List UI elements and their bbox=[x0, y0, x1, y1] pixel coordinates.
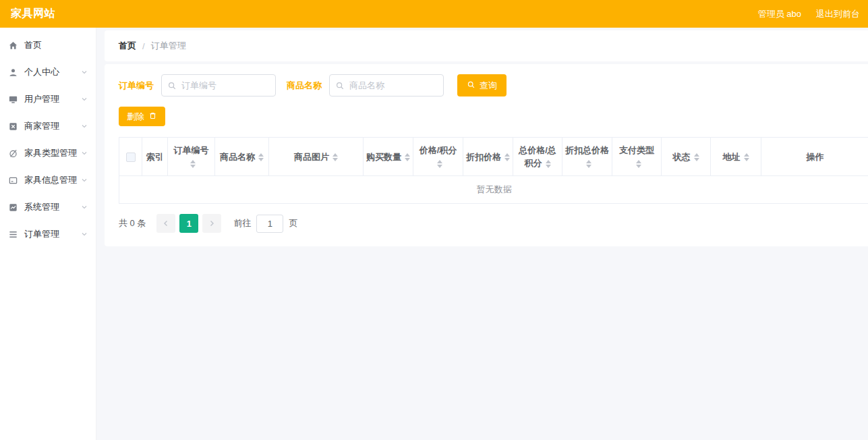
col-product-name[interactable]: 商品名称 bbox=[215, 138, 269, 176]
close-square-icon bbox=[7, 121, 18, 132]
sort-icon[interactable] bbox=[332, 153, 338, 161]
order-no-input[interactable] bbox=[161, 74, 276, 97]
sidebar-item-label: 家具类型管理 bbox=[24, 147, 77, 159]
sidebar-item-label: 商家管理 bbox=[24, 120, 59, 132]
col-product-image[interactable]: 商品图片 bbox=[269, 138, 364, 176]
chart-icon bbox=[7, 202, 18, 213]
sidebar-item-label: 订单管理 bbox=[24, 228, 59, 240]
admin-user-link[interactable]: 管理员 abo bbox=[758, 8, 801, 20]
sidebar-item-personal-center[interactable]: 个人中心 bbox=[0, 59, 96, 86]
order-no-label: 订单编号 bbox=[119, 80, 154, 92]
user-icon bbox=[7, 67, 18, 78]
logout-to-front-link[interactable]: 退出到前台 bbox=[816, 8, 860, 20]
order-management-panel: 订单编号 商品名称 bbox=[105, 64, 868, 246]
query-button[interactable]: 查询 bbox=[457, 74, 507, 97]
layout: 首页 个人中心 用户管理 bbox=[0, 28, 868, 440]
sidebar-item-home[interactable]: 首页 bbox=[0, 32, 96, 59]
total-count-text: 共 0 条 bbox=[119, 217, 146, 229]
sort-icon[interactable] bbox=[405, 153, 410, 161]
col-total-price-points[interactable]: 总价格/总积分 bbox=[513, 138, 562, 176]
sort-icon[interactable] bbox=[744, 153, 749, 161]
chevron-down-icon bbox=[81, 123, 88, 130]
col-status[interactable]: 状态 bbox=[662, 138, 711, 176]
sort-icon[interactable] bbox=[694, 153, 699, 161]
order-no-field-wrap bbox=[161, 74, 276, 97]
goto-page-input[interactable] bbox=[256, 215, 283, 233]
page-suffix-label: 页 bbox=[289, 217, 297, 229]
empty-data-text: 暂无数据 bbox=[119, 176, 868, 204]
sort-icon[interactable] bbox=[258, 153, 264, 161]
sidebar-item-order-management[interactable]: 订单管理 bbox=[0, 221, 96, 248]
col-actions: 操作 bbox=[761, 138, 868, 176]
col-buy-quantity[interactable]: 购买数量 bbox=[364, 138, 413, 176]
breadcrumb-home[interactable]: 首页 bbox=[119, 40, 136, 52]
pagination: 共 0 条 1 前往 页 bbox=[119, 214, 868, 233]
select-all-checkbox[interactable] bbox=[126, 153, 136, 162]
col-discount-price[interactable]: 折扣价格 bbox=[463, 138, 513, 176]
chevron-down-icon bbox=[81, 150, 88, 157]
delete-button-label: 删除 bbox=[127, 111, 144, 123]
home-icon bbox=[7, 40, 18, 51]
sidebar-item-system-management[interactable]: 系统管理 bbox=[0, 194, 96, 221]
app-window: 家具网站 管理员 abo 退出到前台 首页 个人中心 bbox=[0, 0, 868, 440]
chevron-down-icon bbox=[81, 204, 88, 211]
sort-icon[interactable] bbox=[504, 153, 510, 161]
chevron-down-icon bbox=[81, 96, 88, 103]
sidebar-item-furniture-type-management[interactable]: 家具类型管理 bbox=[0, 140, 96, 167]
col-pay-type[interactable]: 支付类型 bbox=[612, 138, 662, 176]
sidebar-item-label: 首页 bbox=[24, 39, 42, 51]
breadcrumb-current: 订单管理 bbox=[151, 40, 186, 52]
goto-page-label: 前往 bbox=[233, 217, 251, 229]
product-name-input[interactable] bbox=[329, 74, 444, 97]
chevron-down-icon bbox=[81, 69, 88, 76]
chevron-down-icon bbox=[81, 177, 88, 184]
main-content: 首页 / 订单管理 订单编号 商品名称 bbox=[96, 28, 868, 440]
sidebar-item-merchant-management[interactable]: 商家管理 bbox=[0, 113, 96, 140]
edit-circle-icon bbox=[7, 148, 18, 159]
sidebar-item-furniture-info-management[interactable]: 家具信息管理 bbox=[0, 167, 96, 194]
breadcrumb-separator: / bbox=[142, 41, 145, 51]
prev-page-button[interactable] bbox=[156, 214, 175, 233]
header-actions: 管理员 abo 退出到前台 bbox=[758, 8, 860, 20]
table-toolbar: 删除 bbox=[119, 107, 868, 126]
list-icon bbox=[7, 229, 18, 240]
sidebar-item-label: 个人中心 bbox=[24, 66, 59, 78]
sidebar: 首页 个人中心 用户管理 bbox=[0, 28, 96, 440]
search-icon bbox=[335, 81, 345, 90]
sort-icon[interactable] bbox=[636, 160, 641, 168]
monitor-icon bbox=[7, 94, 18, 105]
trash-icon bbox=[148, 111, 157, 122]
form-icon bbox=[7, 175, 18, 186]
chevron-down-icon bbox=[81, 231, 88, 238]
next-page-button[interactable] bbox=[202, 214, 221, 233]
col-price-points[interactable]: 价格/积分 bbox=[413, 138, 463, 176]
breadcrumb: 首页 / 订单管理 bbox=[105, 30, 868, 61]
empty-row: 暂无数据 bbox=[119, 176, 868, 204]
brand-title: 家具网站 bbox=[11, 7, 55, 21]
col-checkbox bbox=[119, 138, 142, 176]
page-1-button[interactable]: 1 bbox=[179, 214, 198, 233]
query-button-label: 查询 bbox=[480, 80, 497, 92]
sidebar-item-label: 用户管理 bbox=[24, 93, 59, 105]
product-name-field-wrap bbox=[329, 74, 444, 97]
sort-icon[interactable] bbox=[437, 160, 442, 168]
search-icon bbox=[167, 81, 177, 90]
col-address[interactable]: 地址 bbox=[711, 138, 761, 176]
sort-icon[interactable] bbox=[586, 160, 591, 168]
orders-table: 索引 订单编号 商品名称 商品图片 购买数量 价格/积分 折扣价格 总价格/总积… bbox=[119, 137, 868, 204]
sort-icon[interactable] bbox=[546, 160, 551, 168]
top-header: 家具网站 管理员 abo 退出到前台 bbox=[0, 0, 868, 28]
search-icon bbox=[467, 80, 475, 91]
col-index: 索引 bbox=[142, 138, 168, 176]
sort-icon[interactable] bbox=[190, 160, 196, 168]
product-name-label: 商品名称 bbox=[287, 80, 322, 92]
sidebar-item-label: 系统管理 bbox=[24, 201, 59, 213]
sidebar-item-user-management[interactable]: 用户管理 bbox=[0, 86, 96, 113]
delete-button[interactable]: 删除 bbox=[119, 107, 165, 126]
sidebar-item-label: 家具信息管理 bbox=[24, 174, 77, 186]
table-header-row: 索引 订单编号 商品名称 商品图片 购买数量 价格/积分 折扣价格 总价格/总积… bbox=[119, 138, 868, 176]
col-discount-total-price[interactable]: 折扣总价格 bbox=[562, 138, 612, 176]
col-order-no[interactable]: 订单编号 bbox=[168, 138, 215, 176]
search-form: 订单编号 商品名称 bbox=[119, 74, 868, 97]
